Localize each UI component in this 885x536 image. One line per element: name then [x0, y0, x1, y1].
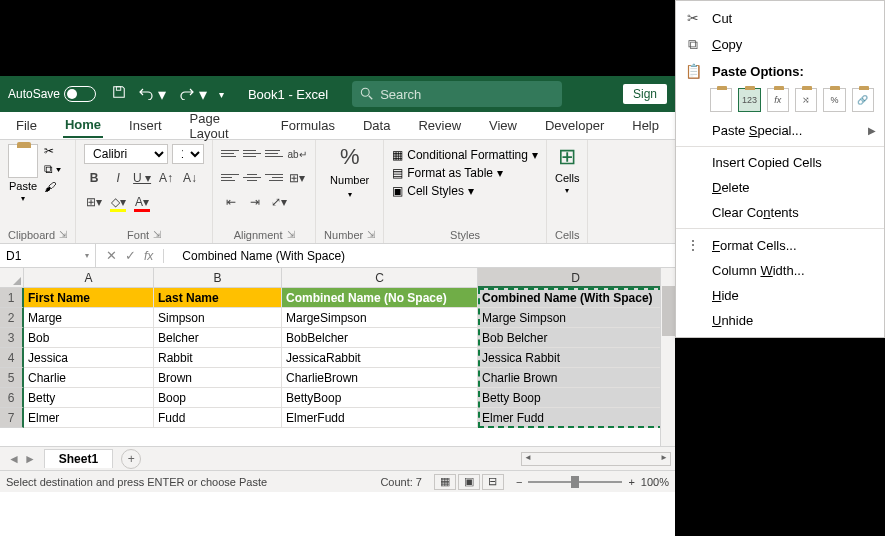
cell[interactable]: Marge Simpson [478, 308, 674, 328]
merge-button[interactable]: ⊞▾ [287, 168, 307, 188]
select-all-button[interactable] [0, 268, 24, 288]
ctx-cut[interactable]: ✂Cut [676, 5, 884, 31]
autosave-toggle[interactable]: AutoSave [8, 86, 96, 102]
tab-data[interactable]: Data [361, 114, 392, 137]
fx-icon[interactable]: fx [144, 249, 164, 263]
cells-button[interactable]: Cells [555, 172, 579, 184]
ctx-copy[interactable]: ⧉Copy [676, 31, 884, 58]
font-name-select[interactable]: Calibri [84, 144, 168, 164]
col-header-C[interactable]: C [282, 268, 478, 288]
decrease-font-button[interactable]: A↓ [180, 168, 200, 188]
tab-file[interactable]: File [14, 114, 39, 137]
cell[interactable]: Jessica [24, 348, 154, 368]
col-header-B[interactable]: B [154, 268, 282, 288]
dialog-launcher-icon[interactable]: ⇲ [287, 229, 295, 241]
ctx-hide[interactable]: Hide [676, 283, 884, 308]
dialog-launcher-icon[interactable]: ⇲ [367, 229, 375, 241]
align-center-button[interactable] [243, 168, 261, 186]
cell[interactable]: Betty Boop [478, 388, 674, 408]
sheet-nav-next-icon[interactable]: ► [24, 452, 36, 466]
scrollbar-thumb[interactable] [662, 286, 675, 336]
search-input[interactable] [380, 87, 540, 102]
sheet-tab[interactable]: Sheet1 [44, 449, 113, 468]
cell[interactable]: First Name [24, 288, 154, 308]
cell[interactable]: Simpson [154, 308, 282, 328]
cell[interactable]: Elmer Fudd [478, 408, 674, 428]
zoom-slider[interactable] [528, 481, 622, 483]
cell[interactable]: Charlie [24, 368, 154, 388]
row-header[interactable]: 3 [0, 328, 24, 348]
zoom-in-button[interactable]: + [628, 476, 634, 488]
format-as-table-button[interactable]: ▤Format as Table ▾ [392, 166, 538, 180]
ctx-delete[interactable]: Delete [676, 175, 884, 200]
cell[interactable]: Combined Name (No Space) [282, 288, 478, 308]
cell[interactable]: Boop [154, 388, 282, 408]
ctx-insert-copied[interactable]: Insert Copied Cells [676, 150, 884, 175]
cell[interactable]: Bob Belcher [478, 328, 674, 348]
row-header[interactable]: 7 [0, 408, 24, 428]
borders-button[interactable]: ⊞▾ [84, 192, 104, 212]
cancel-icon[interactable]: ✕ [106, 248, 117, 263]
row-header[interactable]: 5 [0, 368, 24, 388]
cell-styles-button[interactable]: ▣Cell Styles ▾ [392, 184, 538, 198]
cell[interactable]: Belcher [154, 328, 282, 348]
align-right-button[interactable] [265, 168, 283, 186]
save-icon[interactable] [112, 85, 126, 103]
align-left-button[interactable] [221, 168, 239, 186]
new-sheet-button[interactable]: + [121, 449, 141, 469]
row-header[interactable]: 4 [0, 348, 24, 368]
qat-customize-icon[interactable]: ▾ [219, 89, 224, 100]
decrease-indent-button[interactable]: ⇤ [221, 192, 241, 212]
tab-view[interactable]: View [487, 114, 519, 137]
cell[interactable]: Last Name [154, 288, 282, 308]
formula-input[interactable]: Combined Name (With Space) [174, 249, 353, 263]
format-painter-icon[interactable]: 🖌 [44, 180, 61, 194]
tab-page-layout[interactable]: Page Layout [188, 107, 255, 145]
cell[interactable]: BettyBoop [282, 388, 478, 408]
cell[interactable]: Brown [154, 368, 282, 388]
paste-option-formulas[interactable]: fx [767, 88, 789, 112]
wrap-text-button[interactable]: ab↵ [287, 144, 307, 164]
fill-color-button[interactable]: ◇▾ [108, 192, 128, 212]
row-header[interactable]: 1 [0, 288, 24, 308]
paste-option-link[interactable]: 🔗 [852, 88, 874, 112]
font-color-button[interactable]: A▾ [132, 192, 152, 212]
enter-icon[interactable]: ✓ [125, 248, 136, 263]
align-bottom-button[interactable] [265, 144, 283, 162]
vertical-scrollbar[interactable] [660, 268, 675, 446]
cell[interactable]: Marge [24, 308, 154, 328]
conditional-formatting-button[interactable]: ▦Conditional Formatting ▾ [392, 148, 538, 162]
undo-icon[interactable]: ▾ [138, 85, 166, 104]
dialog-launcher-icon[interactable]: ⇲ [59, 229, 67, 241]
cell[interactable]: Bob [24, 328, 154, 348]
ctx-clear-contents[interactable]: Clear Contents [676, 200, 884, 225]
dialog-launcher-icon[interactable]: ⇲ [153, 229, 161, 241]
tab-home[interactable]: Home [63, 113, 103, 138]
cell[interactable]: Combined Name (With Space) [478, 288, 674, 308]
cell[interactable]: CharlieBrown [282, 368, 478, 388]
italic-button[interactable]: I [108, 168, 128, 188]
sign-in-button[interactable]: Sign [623, 84, 667, 104]
paste-button[interactable]: Paste ▾ [8, 144, 38, 203]
ctx-paste-special[interactable]: Paste Special...▶ [676, 118, 884, 143]
cut-icon[interactable]: ✂ [44, 144, 61, 158]
number-format-button[interactable]: Number [330, 174, 369, 186]
underline-button[interactable]: U ▾ [132, 168, 152, 188]
col-header-A[interactable]: A [24, 268, 154, 288]
cell[interactable]: Elmer [24, 408, 154, 428]
paste-option-formatting[interactable]: % [823, 88, 845, 112]
worksheet-grid[interactable]: A B C D 1 First Name Last Name Combined … [0, 268, 675, 446]
paste-option-values[interactable]: 123 [738, 88, 760, 112]
ctx-column-width[interactable]: Column Width... [676, 258, 884, 283]
increase-font-button[interactable]: A↑ [156, 168, 176, 188]
ctx-unhide[interactable]: Unhide [676, 308, 884, 333]
cell[interactable]: BobBelcher [282, 328, 478, 348]
col-header-D[interactable]: D [478, 268, 674, 288]
tab-insert[interactable]: Insert [127, 114, 164, 137]
horizontal-scrollbar[interactable] [521, 452, 671, 466]
paste-option-all[interactable] [710, 88, 732, 112]
page-break-view-button[interactable]: ⊟ [482, 474, 504, 490]
zoom-out-button[interactable]: − [516, 476, 522, 488]
normal-view-button[interactable]: ▦ [434, 474, 456, 490]
search-box[interactable] [352, 81, 562, 107]
